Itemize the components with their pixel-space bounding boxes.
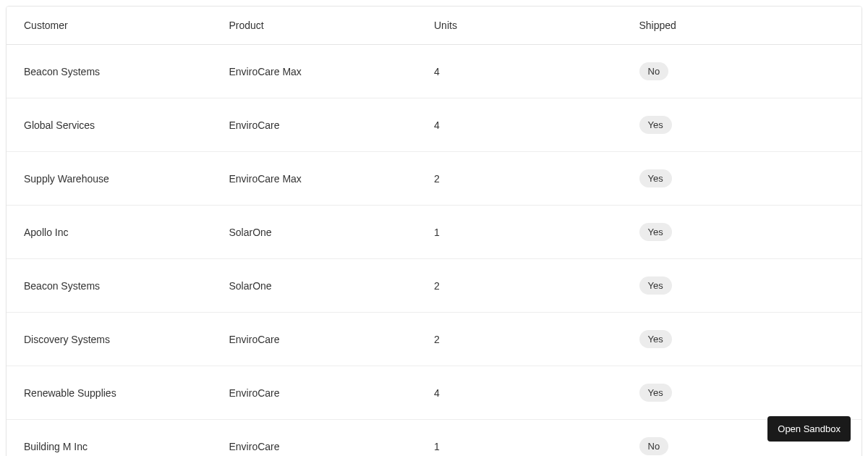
shipped-badge: Yes bbox=[639, 169, 672, 187]
cell-product: SolarOne bbox=[229, 263, 435, 309]
cell-product: EnviroCare Max bbox=[229, 156, 435, 202]
column-header-product[interactable]: Product bbox=[229, 7, 435, 44]
cell-shipped: Yes bbox=[639, 206, 845, 258]
table-row[interactable]: Supply WarehouseEnviroCare Max2Yes bbox=[7, 152, 861, 206]
cell-product: EnviroCare bbox=[229, 423, 435, 457]
shipped-badge: Yes bbox=[639, 276, 672, 295]
cell-customer: Beacon Systems bbox=[24, 48, 229, 95]
shipped-badge: No bbox=[639, 62, 669, 80]
table-row[interactable]: Beacon SystemsEnviroCare Max4No bbox=[7, 45, 861, 98]
cell-units: 2 bbox=[434, 316, 639, 363]
cell-units: 2 bbox=[434, 263, 639, 309]
cell-shipped: Yes bbox=[639, 152, 845, 205]
shipped-badge: Yes bbox=[639, 330, 672, 348]
cell-shipped: No bbox=[639, 45, 845, 98]
cell-units: 4 bbox=[434, 48, 639, 95]
cell-customer: Discovery Systems bbox=[24, 316, 229, 363]
open-sandbox-button[interactable]: Open Sandbox bbox=[767, 416, 851, 442]
orders-table: Customer Product Units Shipped Beacon Sy… bbox=[6, 6, 862, 456]
cell-units: 1 bbox=[434, 423, 639, 457]
cell-product: EnviroCare bbox=[229, 370, 435, 416]
column-header-shipped[interactable]: Shipped bbox=[639, 7, 845, 44]
shipped-badge: No bbox=[639, 437, 669, 455]
cell-customer: Renewable Supplies bbox=[24, 370, 229, 416]
table-row[interactable]: Apollo IncSolarOne1Yes bbox=[7, 206, 861, 259]
table-body: Beacon SystemsEnviroCare Max4NoGlobal Se… bbox=[7, 45, 861, 456]
cell-units: 2 bbox=[434, 156, 639, 202]
cell-product: EnviroCare bbox=[229, 102, 435, 148]
cell-product: SolarOne bbox=[229, 209, 435, 256]
cell-units: 4 bbox=[434, 370, 639, 416]
cell-shipped: Yes bbox=[639, 313, 845, 366]
shipped-badge: Yes bbox=[639, 384, 672, 402]
cell-product: EnviroCare Max bbox=[229, 48, 435, 95]
table-row[interactable]: Renewable SuppliesEnviroCare4Yes bbox=[7, 366, 861, 420]
shipped-badge: Yes bbox=[639, 223, 672, 241]
cell-units: 4 bbox=[434, 102, 639, 148]
cell-customer: Supply Warehouse bbox=[24, 156, 229, 202]
column-header-customer[interactable]: Customer bbox=[24, 7, 229, 44]
cell-shipped: Yes bbox=[639, 366, 845, 419]
cell-customer: Beacon Systems bbox=[24, 263, 229, 309]
column-header-units[interactable]: Units bbox=[434, 7, 639, 44]
table-row[interactable]: Building M IncEnviroCare1No bbox=[7, 420, 861, 456]
cell-customer: Building M Inc bbox=[24, 423, 229, 457]
cell-shipped: Yes bbox=[639, 98, 845, 151]
cell-product: EnviroCare bbox=[229, 316, 435, 363]
cell-shipped: Yes bbox=[639, 259, 845, 312]
cell-customer: Global Services bbox=[24, 102, 229, 148]
cell-units: 1 bbox=[434, 209, 639, 256]
cell-customer: Apollo Inc bbox=[24, 209, 229, 256]
table-header-row: Customer Product Units Shipped bbox=[7, 7, 861, 45]
table-row[interactable]: Beacon SystemsSolarOne2Yes bbox=[7, 259, 861, 313]
shipped-badge: Yes bbox=[639, 116, 672, 134]
table-row[interactable]: Global ServicesEnviroCare4Yes bbox=[7, 98, 861, 152]
table-row[interactable]: Discovery SystemsEnviroCare2Yes bbox=[7, 313, 861, 366]
